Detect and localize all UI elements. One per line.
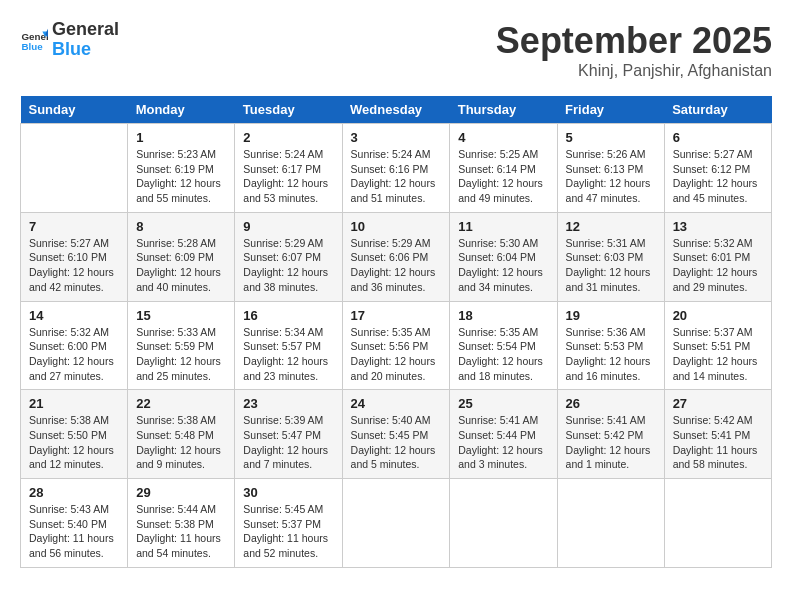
day-detail: Sunrise: 5:27 AM Sunset: 6:12 PM Dayligh…: [673, 147, 763, 206]
day-number: 2: [243, 130, 333, 145]
day-detail: Sunrise: 5:41 AM Sunset: 5:42 PM Dayligh…: [566, 413, 656, 472]
day-cell: 24Sunrise: 5:40 AM Sunset: 5:45 PM Dayli…: [342, 390, 450, 479]
day-number: 27: [673, 396, 763, 411]
day-detail: Sunrise: 5:34 AM Sunset: 5:57 PM Dayligh…: [243, 325, 333, 384]
day-cell: 16Sunrise: 5:34 AM Sunset: 5:57 PM Dayli…: [235, 301, 342, 390]
day-number: 16: [243, 308, 333, 323]
day-cell: [557, 479, 664, 568]
day-cell: 27Sunrise: 5:42 AM Sunset: 5:41 PM Dayli…: [664, 390, 771, 479]
day-detail: Sunrise: 5:38 AM Sunset: 5:48 PM Dayligh…: [136, 413, 226, 472]
day-detail: Sunrise: 5:44 AM Sunset: 5:38 PM Dayligh…: [136, 502, 226, 561]
week-row-3: 21Sunrise: 5:38 AM Sunset: 5:50 PM Dayli…: [21, 390, 772, 479]
day-cell: 10Sunrise: 5:29 AM Sunset: 6:06 PM Dayli…: [342, 212, 450, 301]
day-detail: Sunrise: 5:35 AM Sunset: 5:56 PM Dayligh…: [351, 325, 442, 384]
day-number: 18: [458, 308, 548, 323]
weekday-header-thursday: Thursday: [450, 96, 557, 124]
weekday-header-row: SundayMondayTuesdayWednesdayThursdayFrid…: [21, 96, 772, 124]
day-cell: 12Sunrise: 5:31 AM Sunset: 6:03 PM Dayli…: [557, 212, 664, 301]
day-detail: Sunrise: 5:26 AM Sunset: 6:13 PM Dayligh…: [566, 147, 656, 206]
day-number: 15: [136, 308, 226, 323]
day-number: 22: [136, 396, 226, 411]
weekday-header-tuesday: Tuesday: [235, 96, 342, 124]
day-number: 20: [673, 308, 763, 323]
day-detail: Sunrise: 5:41 AM Sunset: 5:44 PM Dayligh…: [458, 413, 548, 472]
week-row-2: 14Sunrise: 5:32 AM Sunset: 6:00 PM Dayli…: [21, 301, 772, 390]
day-detail: Sunrise: 5:30 AM Sunset: 6:04 PM Dayligh…: [458, 236, 548, 295]
day-number: 7: [29, 219, 119, 234]
day-cell: [342, 479, 450, 568]
day-detail: Sunrise: 5:40 AM Sunset: 5:45 PM Dayligh…: [351, 413, 442, 472]
weekday-header-wednesday: Wednesday: [342, 96, 450, 124]
day-detail: Sunrise: 5:29 AM Sunset: 6:07 PM Dayligh…: [243, 236, 333, 295]
logo-icon: General Blue: [20, 26, 48, 54]
week-row-4: 28Sunrise: 5:43 AM Sunset: 5:40 PM Dayli…: [21, 479, 772, 568]
day-cell: 13Sunrise: 5:32 AM Sunset: 6:01 PM Dayli…: [664, 212, 771, 301]
day-number: 17: [351, 308, 442, 323]
weekday-header-saturday: Saturday: [664, 96, 771, 124]
day-detail: Sunrise: 5:35 AM Sunset: 5:54 PM Dayligh…: [458, 325, 548, 384]
weekday-header-friday: Friday: [557, 96, 664, 124]
day-detail: Sunrise: 5:32 AM Sunset: 6:01 PM Dayligh…: [673, 236, 763, 295]
day-number: 5: [566, 130, 656, 145]
day-cell: [21, 124, 128, 213]
day-cell: 25Sunrise: 5:41 AM Sunset: 5:44 PM Dayli…: [450, 390, 557, 479]
page-header: General Blue General Blue September 2025…: [20, 20, 772, 80]
day-detail: Sunrise: 5:32 AM Sunset: 6:00 PM Dayligh…: [29, 325, 119, 384]
day-detail: Sunrise: 5:42 AM Sunset: 5:41 PM Dayligh…: [673, 413, 763, 472]
day-number: 10: [351, 219, 442, 234]
day-number: 6: [673, 130, 763, 145]
day-number: 24: [351, 396, 442, 411]
day-detail: Sunrise: 5:33 AM Sunset: 5:59 PM Dayligh…: [136, 325, 226, 384]
day-cell: 2Sunrise: 5:24 AM Sunset: 6:17 PM Daylig…: [235, 124, 342, 213]
week-row-0: 1Sunrise: 5:23 AM Sunset: 6:19 PM Daylig…: [21, 124, 772, 213]
day-detail: Sunrise: 5:38 AM Sunset: 5:50 PM Dayligh…: [29, 413, 119, 472]
day-cell: 26Sunrise: 5:41 AM Sunset: 5:42 PM Dayli…: [557, 390, 664, 479]
day-number: 4: [458, 130, 548, 145]
day-cell: 5Sunrise: 5:26 AM Sunset: 6:13 PM Daylig…: [557, 124, 664, 213]
day-cell: 11Sunrise: 5:30 AM Sunset: 6:04 PM Dayli…: [450, 212, 557, 301]
day-detail: Sunrise: 5:39 AM Sunset: 5:47 PM Dayligh…: [243, 413, 333, 472]
day-detail: Sunrise: 5:24 AM Sunset: 6:16 PM Dayligh…: [351, 147, 442, 206]
day-cell: 29Sunrise: 5:44 AM Sunset: 5:38 PM Dayli…: [128, 479, 235, 568]
day-cell: 23Sunrise: 5:39 AM Sunset: 5:47 PM Dayli…: [235, 390, 342, 479]
day-number: 1: [136, 130, 226, 145]
day-number: 30: [243, 485, 333, 500]
day-number: 3: [351, 130, 442, 145]
day-number: 28: [29, 485, 119, 500]
day-detail: Sunrise: 5:27 AM Sunset: 6:10 PM Dayligh…: [29, 236, 119, 295]
week-row-1: 7Sunrise: 5:27 AM Sunset: 6:10 PM Daylig…: [21, 212, 772, 301]
day-detail: Sunrise: 5:45 AM Sunset: 5:37 PM Dayligh…: [243, 502, 333, 561]
day-cell: 15Sunrise: 5:33 AM Sunset: 5:59 PM Dayli…: [128, 301, 235, 390]
day-cell: 30Sunrise: 5:45 AM Sunset: 5:37 PM Dayli…: [235, 479, 342, 568]
logo-text-blue: Blue: [52, 40, 119, 60]
day-number: 21: [29, 396, 119, 411]
day-detail: Sunrise: 5:29 AM Sunset: 6:06 PM Dayligh…: [351, 236, 442, 295]
day-cell: 28Sunrise: 5:43 AM Sunset: 5:40 PM Dayli…: [21, 479, 128, 568]
day-cell: 6Sunrise: 5:27 AM Sunset: 6:12 PM Daylig…: [664, 124, 771, 213]
day-cell: 3Sunrise: 5:24 AM Sunset: 6:16 PM Daylig…: [342, 124, 450, 213]
day-cell: 19Sunrise: 5:36 AM Sunset: 5:53 PM Dayli…: [557, 301, 664, 390]
day-number: 26: [566, 396, 656, 411]
day-detail: Sunrise: 5:25 AM Sunset: 6:14 PM Dayligh…: [458, 147, 548, 206]
day-cell: 20Sunrise: 5:37 AM Sunset: 5:51 PM Dayli…: [664, 301, 771, 390]
day-cell: 4Sunrise: 5:25 AM Sunset: 6:14 PM Daylig…: [450, 124, 557, 213]
day-cell: 14Sunrise: 5:32 AM Sunset: 6:00 PM Dayli…: [21, 301, 128, 390]
day-number: 19: [566, 308, 656, 323]
weekday-header-sunday: Sunday: [21, 96, 128, 124]
day-cell: 18Sunrise: 5:35 AM Sunset: 5:54 PM Dayli…: [450, 301, 557, 390]
day-detail: Sunrise: 5:36 AM Sunset: 5:53 PM Dayligh…: [566, 325, 656, 384]
day-number: 9: [243, 219, 333, 234]
day-cell: 7Sunrise: 5:27 AM Sunset: 6:10 PM Daylig…: [21, 212, 128, 301]
svg-text:Blue: Blue: [21, 41, 43, 52]
day-number: 14: [29, 308, 119, 323]
day-cell: 9Sunrise: 5:29 AM Sunset: 6:07 PM Daylig…: [235, 212, 342, 301]
day-cell: 1Sunrise: 5:23 AM Sunset: 6:19 PM Daylig…: [128, 124, 235, 213]
day-cell: 8Sunrise: 5:28 AM Sunset: 6:09 PM Daylig…: [128, 212, 235, 301]
logo-text-general: General: [52, 20, 119, 40]
day-number: 11: [458, 219, 548, 234]
day-number: 29: [136, 485, 226, 500]
day-number: 13: [673, 219, 763, 234]
day-number: 12: [566, 219, 656, 234]
day-cell: [664, 479, 771, 568]
day-detail: Sunrise: 5:23 AM Sunset: 6:19 PM Dayligh…: [136, 147, 226, 206]
